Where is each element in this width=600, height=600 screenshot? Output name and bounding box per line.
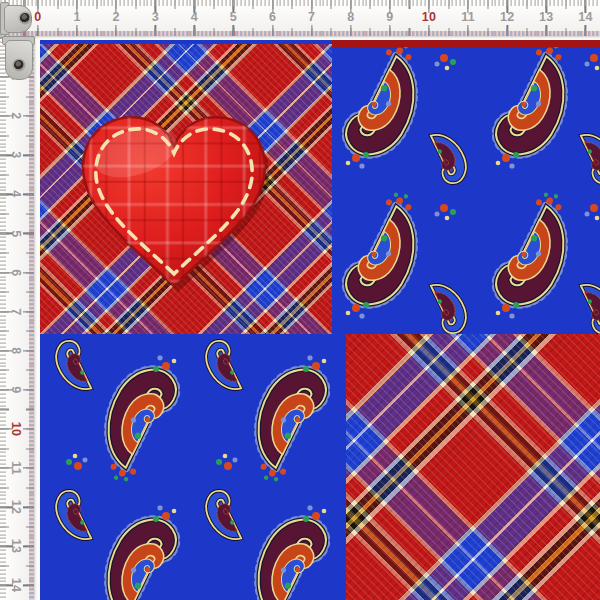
left-ruler: 1234567891011121314	[0, 36, 34, 600]
paisley-print	[40, 334, 346, 600]
product-photo: 01234567891011121314 1234567891011121314	[0, 0, 600, 600]
ruler-number: 4	[9, 191, 23, 198]
ruler-number: 10	[9, 422, 23, 437]
ruler-number: 6	[269, 10, 276, 24]
ruler-number: 5	[230, 10, 237, 24]
paisley-block-bottom-left	[40, 334, 346, 600]
ruler-number: 7	[308, 10, 315, 24]
ruler-number: 3	[152, 10, 159, 24]
ruler-number: 2	[113, 10, 120, 24]
ruler-number: 11	[461, 10, 475, 24]
left-ruler-numbers: 1234567891011121314	[0, 36, 34, 600]
ruler-number: 13	[9, 539, 23, 554]
ruler-number: 14	[578, 10, 593, 24]
rivet	[20, 13, 30, 23]
ruler-number: 13	[539, 10, 554, 24]
ruler-number: 1	[73, 10, 80, 24]
ruler-number: 9	[386, 10, 393, 24]
ruler-number: 7	[9, 308, 23, 315]
ruler-number: 2	[9, 113, 23, 120]
top-ruler-numbers: 01234567891011121314	[0, 0, 600, 36]
paisley-block-top-right	[332, 40, 600, 334]
paisley-print	[332, 40, 600, 334]
ruler-number: 0	[34, 10, 41, 24]
ruler-number: 9	[9, 386, 23, 393]
ruler-number: 12	[9, 500, 23, 515]
fabric-swatch	[40, 40, 600, 600]
tape-hook-horizontal	[0, 4, 33, 32]
tartan-heart-block	[40, 40, 332, 334]
ruler-number: 12	[500, 10, 515, 24]
ruler-number: 3	[9, 152, 23, 159]
ruler-number: 8	[347, 10, 354, 24]
top-ruler: 01234567891011121314	[0, 0, 600, 36]
ruler-number: 4	[191, 10, 198, 24]
ruler-number: 8	[9, 347, 23, 354]
ruler-number: 14	[9, 578, 23, 593]
rivet	[14, 60, 24, 70]
ruler-number: 6	[9, 269, 23, 276]
ruler-number: 5	[9, 230, 23, 237]
heart-applique	[73, 110, 275, 298]
tartan-block-bottom-right	[346, 334, 600, 600]
tape-hook-vertical	[2, 36, 34, 80]
ruler-number: 10	[422, 10, 437, 24]
ruler-number: 11	[9, 461, 23, 475]
